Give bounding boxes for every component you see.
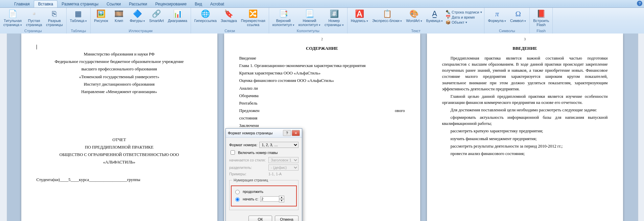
symbol-icon: Ω xyxy=(513,9,524,19)
p1-l6: Направление «Менеджмент организации» xyxy=(37,89,202,95)
picture-icon: 🖼️ xyxy=(96,9,106,19)
header-icon: 📑 xyxy=(278,9,289,19)
cover-page-button[interactable]: 📄Титульнаястраница xyxy=(2,8,23,28)
symbol-button[interactable]: ΩСимвол xyxy=(509,8,527,24)
textbox-button[interactable]: 🅰️Надпись xyxy=(350,8,369,24)
datetime-button[interactable]: 📅Дата и время xyxy=(446,15,482,20)
tab-references[interactable]: Ссылки xyxy=(102,1,125,7)
include-chapter-checkbox[interactable] xyxy=(231,150,235,155)
chapter-style-label: начинается со стиля: xyxy=(229,158,266,162)
tab-layout[interactable]: Разметка страницы xyxy=(57,1,102,7)
cancel-button[interactable]: Отмена xyxy=(275,216,299,221)
start-at-radio[interactable] xyxy=(235,197,240,202)
ok-button[interactable]: ОК xyxy=(248,216,272,221)
group-flash: 📕ВстроитьFlash Flash xyxy=(530,8,553,34)
p3-b3: изучить финансовый менеджмент предприяти… xyxy=(442,136,608,142)
flash-icon: 📕 xyxy=(536,9,547,19)
blank-page-button[interactable]: ▫️Пустаястраница xyxy=(25,8,43,27)
cross-ref-icon: 🔀 xyxy=(248,9,259,19)
chart-button[interactable]: 📊Диаграмма xyxy=(167,8,189,23)
footer-button[interactable]: 📃Нижнийколонтитул xyxy=(297,8,322,28)
examples-label: Примеры: xyxy=(229,172,266,176)
p2-t1: Введение xyxy=(239,55,405,61)
p3-p3: Для достижения поставленной цели необход… xyxy=(442,107,608,113)
equation-button[interactable]: πФормула xyxy=(486,8,507,24)
separator-select: - (дефис) xyxy=(268,164,299,171)
spin-down-button[interactable]: ▼ xyxy=(279,199,284,202)
vertical-ruler xyxy=(0,34,7,221)
group-label-tables: Таблицы xyxy=(69,29,89,34)
examples-value: 1-1, 1-A xyxy=(268,172,282,176)
p2-t9: состояния xyxy=(239,115,405,121)
dropcap-button[interactable]: A̲Буквица xyxy=(425,8,444,24)
hyperlink-button[interactable]: 🌐Гиперссылка xyxy=(193,8,218,23)
p3-b5: провести анализ финансового состояния; xyxy=(442,151,608,157)
tab-review[interactable]: Рецензирование xyxy=(151,1,191,7)
page-1[interactable]: Министерство образования и науки РФ Феде… xyxy=(21,34,217,221)
group-label-pages: Страницы xyxy=(2,29,64,34)
number-format-select[interactable]: 1, 2, 3, … xyxy=(259,142,299,148)
vertical-scrollbar[interactable] xyxy=(638,34,644,221)
page-number-2: 2 xyxy=(224,37,420,41)
embed-flash-button[interactable]: 📕ВстроитьFlash xyxy=(532,8,550,27)
tab-acrobat[interactable]: Acrobat xyxy=(206,1,228,7)
wordart-button[interactable]: 🎨WordArt xyxy=(405,8,424,24)
p2-t6: Оборачива xyxy=(239,93,405,99)
page-break-icon: ⎘ xyxy=(49,9,60,19)
bookmark-button[interactable]: 🔖Закладка xyxy=(219,8,238,23)
group-headerfooter: 📑Верхнийколонтитул 📃Нижнийколонтитул #️⃣… xyxy=(269,8,348,34)
p2-t10: Заключени xyxy=(239,123,405,129)
workspace: Министерство образования и науки РФ Феде… xyxy=(0,34,644,221)
footer-icon: 📃 xyxy=(304,9,315,19)
p1-l4: «Тюменский государственный университет» xyxy=(37,74,202,80)
dialog-title: Формат номера страницы xyxy=(228,131,273,135)
number-format-label: Формат номера: xyxy=(229,143,257,147)
group-symbols: πФормула ΩСимвол Символы xyxy=(484,8,530,34)
shapes-button[interactable]: 🔷Фигуры xyxy=(128,8,146,24)
p3-title: ВВЕДЕНИЕ xyxy=(442,46,608,51)
clip-icon: 🎞️ xyxy=(114,9,124,19)
p3-b4: рассмотреть результаты деятельности за п… xyxy=(442,143,608,149)
bookmark-icon: 🔖 xyxy=(223,9,234,19)
page-break-button[interactable]: ⎘Разрывстраницы xyxy=(45,8,64,27)
tab-insert[interactable]: Вставка xyxy=(34,0,58,7)
spin-up-button[interactable]: ▲ xyxy=(279,196,284,199)
continue-radio[interactable] xyxy=(235,190,240,194)
p2-t3: Краткая характеристика ООО «АльфаСтиль» xyxy=(239,70,405,76)
tab-mailings[interactable]: Рассылки xyxy=(125,1,151,7)
table-icon: ▦ xyxy=(73,9,84,19)
page-number-icon: #️⃣ xyxy=(329,9,339,19)
page-3[interactable]: 3 ВВЕДЕНИЕ Преддипломная практика являет… xyxy=(427,34,623,221)
page-numbering-legend: Нумерация страниц xyxy=(232,178,269,182)
highlighted-area: продолжить начать с: ▲ ▼ xyxy=(231,185,297,206)
clip-button[interactable]: 🎞️Клип xyxy=(111,8,127,23)
p1-l5: Институт дистанционного образования xyxy=(37,81,202,87)
signature-line-button[interactable]: ✒️Строка подписи ▾ xyxy=(446,10,482,15)
header-button[interactable]: 📑Верхнийколонтитул xyxy=(271,8,296,28)
dialog-help-button[interactable]: ? xyxy=(283,130,291,136)
group-label-illus: Иллюстрации xyxy=(93,29,189,34)
tab-home[interactable]: Главная xyxy=(10,1,34,7)
object-button[interactable]: 📦Объект ▾ xyxy=(446,20,482,25)
help-icon[interactable]: ? xyxy=(637,1,642,6)
quickparts-button[interactable]: 📋Экспресс-блоки xyxy=(371,8,403,24)
smartart-button[interactable]: 🔗SmartArt xyxy=(148,8,165,23)
picture-button[interactable]: 🖼️Рисунок xyxy=(93,8,110,23)
p2-t8: Предложенового xyxy=(239,108,405,114)
quickparts-icon: 📋 xyxy=(382,9,392,19)
continue-label: продолжить xyxy=(243,190,263,194)
tab-view[interactable]: Вид xyxy=(191,1,206,7)
start-at-input[interactable] xyxy=(260,196,279,202)
wordart-icon: 🎨 xyxy=(409,9,420,19)
p2-t2: Глава 1. Организационно-экономическая ха… xyxy=(239,63,405,69)
blank-page-icon: ▫️ xyxy=(29,9,40,19)
cross-ref-button[interactable]: 🔀Перекрестнаяссылка xyxy=(240,8,267,27)
dialog-titlebar[interactable]: Формат номера страницы ? ✕ xyxy=(226,129,302,138)
table-button[interactable]: ▦Таблица xyxy=(69,8,89,24)
p1-l8: ПО ПРЕДДИПЛОМНОЙ ПРАКТИКЕ xyxy=(37,144,202,150)
page-numbering-group: Нумерация страниц продолжить начать с: ▲ xyxy=(229,178,299,210)
page-number-button[interactable]: #️⃣Номерстраницы xyxy=(323,8,345,28)
start-at-label: начать с: xyxy=(243,197,258,201)
smartart-icon: 🔗 xyxy=(151,9,162,19)
dialog-close-button[interactable]: ✕ xyxy=(292,130,300,136)
